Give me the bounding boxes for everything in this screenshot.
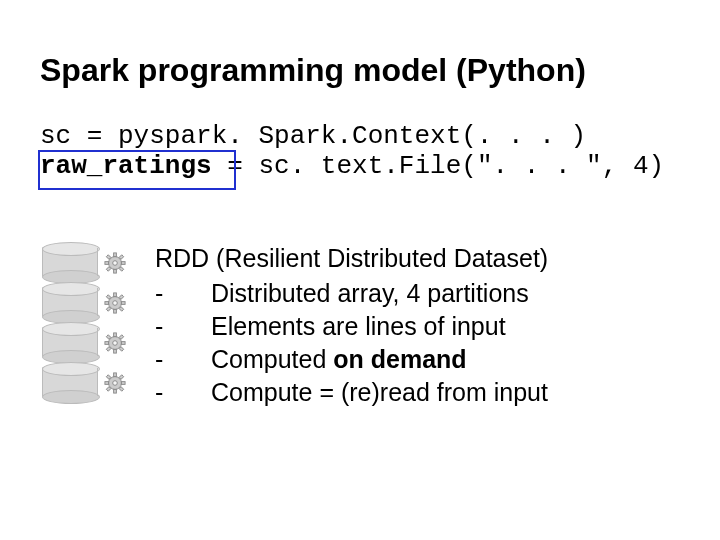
svg-rect-7 <box>119 255 124 260</box>
slide-title: Spark programming model (Python) <box>40 52 586 89</box>
svg-rect-36 <box>106 375 111 380</box>
svg-rect-22 <box>114 333 117 337</box>
svg-rect-37 <box>119 375 124 380</box>
svg-rect-2 <box>114 253 117 257</box>
svg-rect-12 <box>114 293 117 297</box>
svg-rect-18 <box>106 307 111 312</box>
gear-icon <box>104 332 126 354</box>
svg-rect-19 <box>119 307 124 312</box>
db-partition <box>42 282 98 322</box>
bullet-item: -Compute = (re)read from input <box>155 376 548 409</box>
svg-rect-39 <box>119 387 124 392</box>
svg-rect-8 <box>106 267 111 272</box>
bullet-item: -Elements are lines of input <box>155 310 548 343</box>
svg-rect-17 <box>119 295 124 300</box>
svg-rect-13 <box>114 309 117 313</box>
svg-rect-25 <box>121 342 125 345</box>
svg-point-21 <box>113 341 118 346</box>
db-partition <box>42 362 98 402</box>
db-partition <box>42 242 98 282</box>
bullet-item: -Computed on demand <box>155 343 548 376</box>
svg-rect-34 <box>105 382 109 385</box>
svg-rect-35 <box>121 382 125 385</box>
svg-rect-14 <box>105 302 109 305</box>
svg-rect-26 <box>106 335 111 340</box>
svg-rect-28 <box>106 347 111 352</box>
highlight-box <box>38 150 236 190</box>
svg-rect-9 <box>119 267 124 272</box>
code-line-2-rest: = sc. text.File(". . . ", 4) <box>212 151 664 181</box>
db-partition <box>42 322 98 362</box>
code-line-1: sc = pyspark. Spark.Context(. . . ) <box>40 121 586 151</box>
svg-rect-24 <box>105 342 109 345</box>
svg-point-31 <box>113 381 118 386</box>
svg-rect-23 <box>114 349 117 353</box>
svg-rect-4 <box>105 262 109 265</box>
svg-rect-27 <box>119 335 124 340</box>
bullet-heading: RDD (Resilient Distributed Dataset) <box>155 242 548 275</box>
svg-rect-5 <box>121 262 125 265</box>
svg-rect-33 <box>114 389 117 393</box>
svg-rect-16 <box>106 295 111 300</box>
svg-rect-15 <box>121 302 125 305</box>
svg-point-11 <box>113 301 118 306</box>
gear-icon <box>104 252 126 274</box>
svg-point-1 <box>113 261 118 266</box>
partition-diagram <box>42 242 98 402</box>
svg-rect-3 <box>114 269 117 273</box>
gear-icon <box>104 292 126 314</box>
svg-rect-32 <box>114 373 117 377</box>
bullet-list: RDD (Resilient Distributed Dataset) -Dis… <box>155 242 548 409</box>
svg-rect-38 <box>106 387 111 392</box>
svg-rect-6 <box>106 255 111 260</box>
bullet-item: -Distributed array, 4 partitions <box>155 277 548 310</box>
gear-icon <box>104 372 126 394</box>
svg-rect-29 <box>119 347 124 352</box>
